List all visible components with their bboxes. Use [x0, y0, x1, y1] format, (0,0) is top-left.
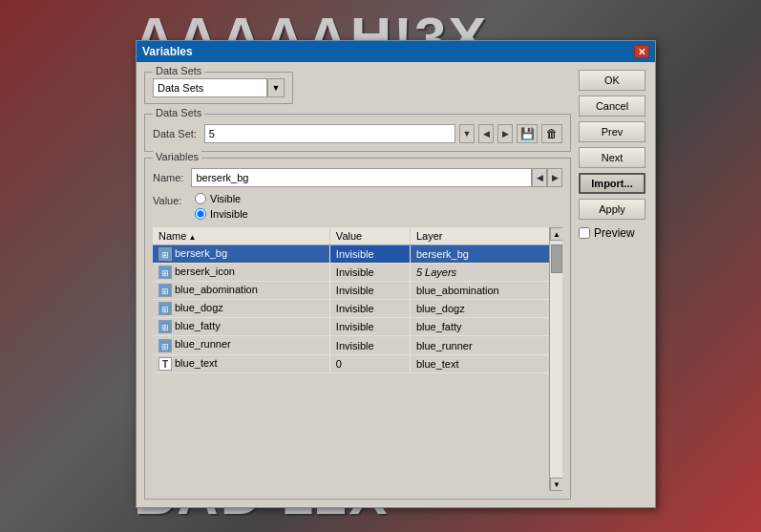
- table-cell-value: Invisible: [329, 318, 410, 336]
- col-layer[interactable]: Layer: [410, 227, 561, 245]
- close-button[interactable]: ✕: [634, 45, 649, 58]
- radio-visible-text: Visible: [210, 193, 241, 204]
- col-name[interactable]: Name: [153, 227, 329, 245]
- layer-icon: ⊞: [159, 339, 172, 352]
- variables-section-label: Variables: [153, 151, 201, 162]
- name-label: Name:: [153, 172, 183, 183]
- text-icon: T: [159, 357, 172, 371]
- table-cell-value: Invisible: [329, 245, 410, 264]
- apply-button[interactable]: Apply: [579, 199, 645, 220]
- dialog-body: Data Sets Data Sets ▼ Data Sets Da: [137, 62, 655, 507]
- dialog-titlebar: Variables ✕: [137, 41, 655, 62]
- next-button[interactable]: Next: [579, 147, 645, 168]
- variables-table-wrapper: Name Value Layer ⊞berserk_bgInvisibleber…: [153, 227, 562, 491]
- data-set-prev-btn[interactable]: ◀: [478, 124, 494, 143]
- radio-invisible-text: Invisible: [210, 208, 248, 220]
- prev-button[interactable]: Prev: [579, 121, 645, 142]
- data-sets-top-dropdown[interactable]: Data Sets ▼: [153, 78, 285, 97]
- table-row[interactable]: ⊞berserk_bgInvisibleberserk_bg: [153, 245, 562, 264]
- dialog-title: Variables: [142, 45, 193, 58]
- right-panel: OK Cancel Prev Next Import... Apply Prev…: [571, 70, 647, 500]
- table-cell-name: ⊞blue_abomination: [153, 282, 329, 300]
- top-section-label: Data Sets: [153, 65, 204, 76]
- scroll-down-btn[interactable]: ▼: [550, 478, 562, 491]
- table-cell-layer: blue_runner: [410, 336, 561, 354]
- table-row[interactable]: ⊞blue_fattyInvisibleblue_fatty: [153, 318, 562, 336]
- layer-icon: ⊞: [159, 302, 172, 315]
- radio-group: Visible Invisible: [195, 193, 248, 220]
- table-cell-value: Invisible: [329, 282, 410, 300]
- data-set-save-btn[interactable]: 💾: [517, 124, 538, 143]
- table-cell-name: ⊞berserk_icon: [153, 264, 329, 282]
- data-set-label: Data Set:: [153, 128, 197, 139]
- table-cell-layer: berserk_bg: [410, 245, 561, 264]
- preview-label: Preview: [594, 226, 635, 240]
- table-cell-name: ⊞blue_fatty: [153, 318, 329, 336]
- data-set-next-btn[interactable]: ▶: [497, 124, 513, 143]
- layer-icon: ⊞: [159, 247, 172, 261]
- var-name-row: Name: berserk_bg ◀ ▶: [153, 164, 562, 187]
- data-sets-dropdown-arrow[interactable]: ▼: [267, 78, 285, 97]
- table-scroll[interactable]: Name Value Layer ⊞berserk_bgInvisibleber…: [153, 227, 562, 491]
- value-label: Value:: [153, 193, 191, 206]
- data-sets-section: Data Sets Data Set: ▼ ◀ ▶ 💾 🗑: [144, 114, 571, 152]
- value-row: Value: Visible Invisible: [153, 193, 562, 220]
- data-sets-section-label: Data Sets: [153, 107, 204, 118]
- table-row[interactable]: ⊞blue_dogzInvisibleblue_dogz: [153, 300, 562, 318]
- data-set-dropdown-btn[interactable]: ▼: [459, 124, 475, 143]
- table-cell-layer: blue_text: [410, 354, 561, 372]
- table-row[interactable]: ⊞blue_runnerInvisibleblue_runner: [153, 336, 562, 354]
- scroll-thumb: [551, 245, 562, 273]
- data-set-input[interactable]: [204, 124, 455, 143]
- preview-row: Preview: [579, 226, 647, 240]
- ok-button[interactable]: OK: [579, 70, 645, 91]
- cancel-button[interactable]: Cancel: [579, 96, 645, 117]
- table-cell-value: Invisible: [329, 336, 410, 354]
- radio-invisible[interactable]: [195, 208, 206, 220]
- var-name-select[interactable]: berserk_bg: [191, 168, 532, 187]
- table-cell-name: ⊞berserk_bg: [153, 245, 329, 264]
- preview-checkbox[interactable]: [579, 227, 590, 239]
- radio-invisible-label[interactable]: Invisible: [195, 208, 248, 220]
- table-cell-layer: 5 Layers: [410, 264, 561, 282]
- radio-visible[interactable]: [195, 193, 206, 204]
- var-next-btn[interactable]: ▶: [547, 168, 562, 187]
- table-cell-layer: blue_fatty: [410, 318, 561, 336]
- layer-icon: ⊞: [159, 284, 172, 297]
- data-sets-select[interactable]: Data Sets: [153, 78, 267, 97]
- table-row[interactable]: Tblue_text0blue_text: [153, 354, 562, 372]
- table-cell-name: ⊞blue_runner: [153, 336, 329, 354]
- table-cell-name: Tblue_text: [153, 354, 329, 372]
- col-value[interactable]: Value: [329, 227, 410, 245]
- table-row[interactable]: ⊞berserk_iconInvisible5 Layers: [153, 264, 562, 282]
- import-button[interactable]: Import...: [579, 173, 645, 194]
- table-cell-value: 0: [329, 354, 410, 372]
- table-cell-layer: blue_abomination: [410, 282, 561, 300]
- table-cell-value: Invisible: [329, 264, 410, 282]
- left-panel: Data Sets Data Sets ▼ Data Sets Da: [144, 70, 571, 500]
- layer-icon: ⊞: [159, 266, 172, 279]
- table-cell-layer: blue_dogz: [410, 300, 561, 318]
- data-set-row: Data Set: ▼ ◀ ▶ 💾 🗑: [153, 120, 562, 143]
- scroll-up-btn[interactable]: ▲: [550, 227, 562, 241]
- radio-visible-label[interactable]: Visible: [195, 193, 248, 204]
- table-scrollbar[interactable]: ▲ ▼: [549, 227, 562, 491]
- variables-dialog: Variables ✕ Data Sets Data Sets ▼: [136, 40, 656, 508]
- data-set-delete-btn[interactable]: 🗑: [541, 124, 562, 143]
- var-prev-btn[interactable]: ◀: [532, 168, 547, 187]
- table-row[interactable]: ⊞blue_abominationInvisibleblue_abominati…: [153, 282, 562, 300]
- variables-table: Name Value Layer ⊞berserk_bgInvisibleber…: [153, 227, 562, 373]
- variables-section: Variables Name: berserk_bg ◀ ▶ Value:: [144, 158, 571, 500]
- scroll-track: [550, 241, 562, 478]
- table-cell-name: ⊞blue_dogz: [153, 300, 329, 318]
- table-cell-value: Invisible: [329, 300, 410, 318]
- layer-icon: ⊞: [159, 320, 172, 333]
